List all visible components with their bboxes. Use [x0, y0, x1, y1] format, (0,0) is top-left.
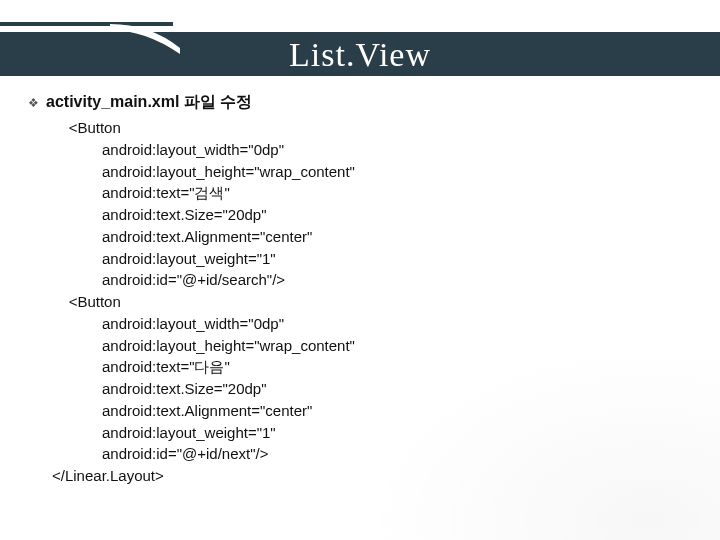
title-banner: List.View [0, 22, 720, 78]
code-block: <Button android:layout_width="0dp" andro… [52, 117, 688, 487]
banner-accent-line [0, 22, 720, 26]
bullet-row: ❖ activity_main.xml 파일 수정 [28, 92, 688, 113]
section-heading: activity_main.xml 파일 수정 [46, 92, 252, 113]
slide: List.View ❖ activity_main.xml 파일 수정 <But… [0, 0, 720, 540]
slide-body: ❖ activity_main.xml 파일 수정 <Button androi… [28, 92, 688, 487]
slide-title: List.View [0, 36, 720, 74]
diamond-bullet-icon: ❖ [28, 98, 38, 108]
